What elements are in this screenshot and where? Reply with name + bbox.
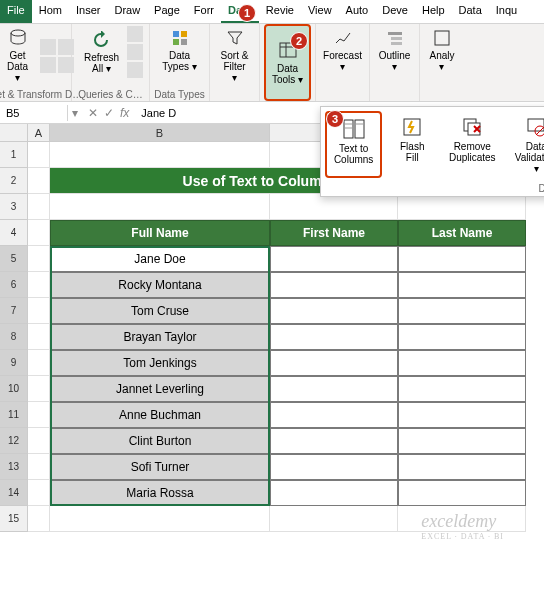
ribbon: Get Data ▾ Get & Transform D… Refresh Al… <box>0 24 544 102</box>
tab-home[interactable]: Hom <box>32 0 69 23</box>
database-icon <box>8 28 28 48</box>
data-validation-label: Data Validation ▾ <box>512 141 544 174</box>
datatypes-icon <box>170 28 190 48</box>
callout-step-1: 1 <box>238 4 256 22</box>
ribbon-group-analysis: Analy ▾ <box>420 24 464 101</box>
get-data-button[interactable]: Get Data ▾ <box>0 26 38 85</box>
tab-data2[interactable]: Data <box>452 0 489 23</box>
fx-icon[interactable]: fx <box>120 106 129 120</box>
remove-duplicates-button[interactable]: Remove Duplicates <box>442 111 502 178</box>
row-header[interactable]: 6 <box>0 272 28 298</box>
remove-duplicates-icon <box>460 115 484 139</box>
row-header[interactable]: 8 <box>0 324 28 350</box>
cell-b10[interactable]: Jannet Leverling <box>50 376 270 402</box>
cell-b8[interactable]: Brayan Taylor <box>50 324 270 350</box>
watermark: exceldemy EXCEL · DATA · BI <box>421 511 504 541</box>
row-header[interactable]: 5 <box>0 246 28 272</box>
tab-review[interactable]: Revie <box>259 0 301 23</box>
ribbon-group-queries: Refresh All ▾ Queries & C… <box>72 24 150 101</box>
name-box-chevron-icon[interactable]: ▾ <box>68 106 82 120</box>
analysis-icon <box>432 28 452 48</box>
row-header[interactable]: 7 <box>0 298 28 324</box>
header-lastname[interactable]: Last Name <box>398 220 526 246</box>
svg-rect-10 <box>391 42 402 45</box>
ribbon-group-forecast: Forecast ▾ <box>316 24 370 101</box>
ribbon-group-get-transform: Get Data ▾ Get & Transform D… <box>0 24 72 101</box>
cell-b11[interactable]: Anne Buchman <box>50 402 270 428</box>
cell-b5[interactable]: Jane Doe <box>50 246 270 272</box>
tab-developer[interactable]: Deve <box>375 0 415 23</box>
cancel-formula-icon[interactable]: ✕ <box>88 106 98 120</box>
tab-draw[interactable]: Draw <box>107 0 147 23</box>
header-fullname[interactable]: Full Name <box>50 220 270 246</box>
ribbon-group-datatypes: Data Types ▾ Data Types <box>150 24 210 101</box>
get-data-label: Get Data ▾ <box>4 50 32 83</box>
cell-b12[interactable]: Clint Burton <box>50 428 270 454</box>
tab-help[interactable]: Help <box>415 0 452 23</box>
analysis-button[interactable]: Analy ▾ <box>422 26 462 74</box>
row-header[interactable]: 12 <box>0 428 28 454</box>
remove-duplicates-label: Remove Duplicates <box>449 141 496 163</box>
row-header[interactable]: 9 <box>0 350 28 376</box>
tab-automate[interactable]: Auto <box>339 0 376 23</box>
tab-insert[interactable]: Inser <box>69 0 107 23</box>
analysis-label: Analy ▾ <box>429 50 454 72</box>
row-header[interactable]: 3 <box>0 194 28 220</box>
funnel-icon <box>225 28 245 48</box>
ribbon-group-datatools: Data Tools ▾ <box>260 24 316 101</box>
cell-b6[interactable]: Rocky Montana <box>50 272 270 298</box>
forecast-icon <box>333 28 353 48</box>
row-header[interactable]: 10 <box>0 376 28 402</box>
cell-b7[interactable]: Tom Cruse <box>50 298 270 324</box>
text-to-columns-icon <box>342 117 366 141</box>
grid-rows: 1 2Use of Text to Columns Feature 3 4Ful… <box>0 142 544 532</box>
datatools-label: Data Tools ▾ <box>272 63 303 85</box>
row-header[interactable]: 11 <box>0 402 28 428</box>
select-all-corner[interactable] <box>0 124 28 141</box>
header-firstname[interactable]: First Name <box>270 220 398 246</box>
get-data-small-icons[interactable] <box>40 39 74 73</box>
flash-fill-label: Flash Fill <box>400 141 424 163</box>
data-tools-dropdown: Text to Columns Flash Fill Remove Duplic… <box>320 106 544 197</box>
row-header[interactable]: 13 <box>0 454 28 480</box>
row-header[interactable]: 14 <box>0 480 28 506</box>
col-header-a[interactable]: A <box>28 124 50 141</box>
outline-icon <box>385 28 405 48</box>
row-header[interactable]: 2 <box>0 168 28 194</box>
group-label: Get & Transform D… <box>0 89 82 100</box>
name-box[interactable]: B5 <box>0 105 68 121</box>
row-header[interactable]: 15 <box>0 506 28 532</box>
svg-rect-1 <box>173 31 179 37</box>
cell-b9[interactable]: Tom Jenkings <box>50 350 270 376</box>
cell-b13[interactable]: Sofi Turner <box>50 454 270 480</box>
cell-b14[interactable]: Maria Rossa <box>50 480 270 506</box>
refresh-all-button[interactable]: Refresh All ▾ <box>78 28 125 76</box>
forecast-button[interactable]: Forecast ▾ <box>317 26 368 74</box>
svg-rect-12 <box>344 120 353 138</box>
tab-page[interactable]: Page <box>147 0 187 23</box>
sort-filter-button[interactable]: Sort & Filter ▾ <box>214 26 255 85</box>
tab-inquire[interactable]: Inqu <box>489 0 524 23</box>
callout-step-3: 3 <box>326 110 344 128</box>
outline-button[interactable]: Outline ▾ <box>373 26 417 74</box>
tab-bar: File Hom Inser Draw Page Forr Data Revie… <box>0 0 544 24</box>
queries-small-icons[interactable] <box>127 26 143 78</box>
svg-rect-3 <box>173 39 179 45</box>
svg-point-0 <box>11 30 25 36</box>
flash-fill-button[interactable]: Flash Fill <box>384 111 440 178</box>
row-header[interactable]: 4 <box>0 220 28 246</box>
tab-formulas[interactable]: Forr <box>187 0 221 23</box>
ribbon-group-sortfilter: Sort & Filter ▾ <box>210 24 260 101</box>
svg-rect-2 <box>181 31 187 37</box>
col-header-b[interactable]: B <box>50 124 270 141</box>
svg-rect-13 <box>355 120 364 138</box>
group-label: Queries & C… <box>78 89 142 100</box>
data-validation-button[interactable]: Data Validation ▾ <box>504 111 544 178</box>
accept-formula-icon[interactable]: ✓ <box>104 106 114 120</box>
row-header[interactable]: 1 <box>0 142 28 168</box>
tab-view[interactable]: View <box>301 0 339 23</box>
data-types-button[interactable]: Data Types ▾ <box>156 26 202 74</box>
datatypes-label: Data Types ▾ <box>162 50 196 72</box>
ribbon-group-outline: Outline ▾ <box>370 24 420 101</box>
tab-file[interactable]: File <box>0 0 32 23</box>
